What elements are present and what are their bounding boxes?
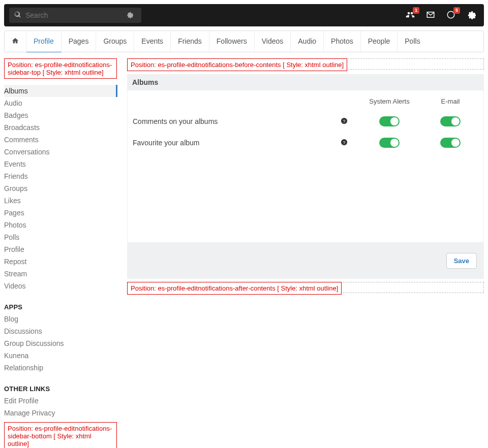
sidebar-item-friends[interactable]: Friends: [4, 170, 117, 182]
sidebar: Position: es-profile-editnotifications-s…: [4, 58, 117, 448]
position-sidebar-top: Position: es-profile-editnotifications-s…: [4, 58, 117, 79]
nav-photos[interactable]: Photos: [324, 31, 361, 52]
sidebar-item-broadcasts[interactable]: Broadcasts: [4, 121, 117, 134]
sidebar-item-group-discussions[interactable]: Group Discussions: [4, 337, 117, 349]
sidebar-item-relationship[interactable]: Relationship: [4, 362, 117, 374]
position-sidebar-bottom: Position: es-profile-editnotifications-s…: [4, 422, 117, 448]
main-content: Position: es-profile-editnotifications-b…: [127, 58, 484, 448]
sidebar-item-discussions[interactable]: Discussions: [4, 325, 117, 337]
notification-grid: System Alerts E-mail Comments on your al…: [133, 98, 478, 148]
help-icon[interactable]: ?: [341, 117, 348, 126]
friends-icon[interactable]: 1: [406, 10, 415, 21]
sidebar-apps-head: APPS: [4, 303, 117, 311]
friends-badge: 1: [413, 7, 419, 14]
nav-audio[interactable]: Audio: [291, 31, 324, 52]
sidebar-item-videos[interactable]: Videos: [4, 280, 117, 292]
nav-people[interactable]: People: [361, 31, 398, 52]
save-button[interactable]: Save: [446, 253, 477, 269]
sidebar-item-audio[interactable]: Audio: [4, 97, 117, 109]
col-email: E-mail: [422, 98, 478, 105]
toggle-email[interactable]: [440, 138, 461, 148]
position-before-contents: Position: es-profile-editnotifications-b…: [127, 58, 347, 71]
nav-friends[interactable]: Friends: [171, 31, 209, 52]
sidebar-item-edit-profile[interactable]: Edit Profile: [4, 395, 117, 407]
row-label: Comments on your albums: [133, 117, 332, 125]
toggle-system-alerts[interactable]: [379, 138, 400, 148]
nav-videos[interactable]: Videos: [255, 31, 291, 52]
sidebar-item-events[interactable]: Events: [4, 158, 117, 170]
nav-profile[interactable]: Profile: [26, 31, 62, 52]
search-box: [9, 8, 141, 23]
notifications-icon[interactable]: 5: [446, 10, 455, 21]
sidebar-item-manage-privacy[interactable]: Manage Privacy: [4, 407, 117, 419]
sidebar-item-stream[interactable]: Stream: [4, 268, 117, 280]
col-system-alerts: System Alerts: [356, 98, 422, 105]
sidebar-item-groups[interactable]: Groups: [4, 182, 117, 195]
toggle-email[interactable]: [440, 116, 461, 126]
messages-icon[interactable]: [426, 10, 435, 21]
nav-groups[interactable]: Groups: [96, 31, 134, 52]
svg-text:?: ?: [343, 140, 346, 145]
sidebar-item-photos[interactable]: Photos: [4, 219, 117, 231]
sidebar-other-list: Edit ProfileManage Privacy: [4, 395, 117, 419]
row-label: Favourite your album: [133, 139, 332, 147]
sidebar-item-pages[interactable]: Pages: [4, 207, 117, 219]
nav-events[interactable]: Events: [134, 31, 171, 52]
save-bar: Save: [127, 243, 484, 279]
sidebar-item-blog[interactable]: Blog: [4, 313, 117, 325]
search-settings-icon[interactable]: [126, 11, 137, 20]
help-icon[interactable]: ?: [341, 139, 348, 147]
sidebar-item-comments[interactable]: Comments: [4, 134, 117, 146]
search-input[interactable]: [25, 11, 136, 19]
nav-pages[interactable]: Pages: [62, 31, 97, 52]
sidebar-item-polls[interactable]: Polls: [4, 231, 117, 243]
sidebar-item-profile[interactable]: Profile: [4, 243, 117, 255]
topbar-actions: 1 5: [406, 10, 479, 21]
toggle-system-alerts[interactable]: [379, 116, 400, 126]
notifications-badge: 5: [453, 7, 460, 14]
sidebar-item-likes[interactable]: Likes: [4, 195, 117, 207]
section-title: Albums: [127, 74, 484, 90]
topbar: 1 5: [4, 4, 484, 26]
sidebar-system-list: AlbumsAudioBadgesBroadcastsCommentsConve…: [4, 85, 117, 292]
sidebar-other-head: OTHER LINKS: [4, 385, 117, 393]
sidebar-item-repost[interactable]: Repost: [4, 255, 117, 268]
svg-text:?: ?: [343, 118, 346, 123]
position-after-contents: Position: es-profile-editnotifications-a…: [127, 282, 342, 295]
sidebar-item-conversations[interactable]: Conversations: [4, 146, 117, 158]
sidebar-item-albums[interactable]: Albums: [4, 85, 117, 97]
sidebar-apps-list: BlogDiscussionsGroup DiscussionsKunenaRe…: [4, 313, 117, 374]
main-nav: ProfilePagesGroupsEventsFriendsFollowers…: [4, 30, 484, 52]
sidebar-item-kunena[interactable]: Kunena: [4, 349, 117, 362]
settings-icon[interactable]: [467, 10, 476, 21]
nav-followers[interactable]: Followers: [209, 31, 255, 52]
sidebar-item-badges[interactable]: Badges: [4, 109, 117, 121]
nav-polls[interactable]: Polls: [398, 31, 427, 52]
search-icon: [14, 11, 25, 20]
nav-home[interactable]: [5, 31, 26, 52]
